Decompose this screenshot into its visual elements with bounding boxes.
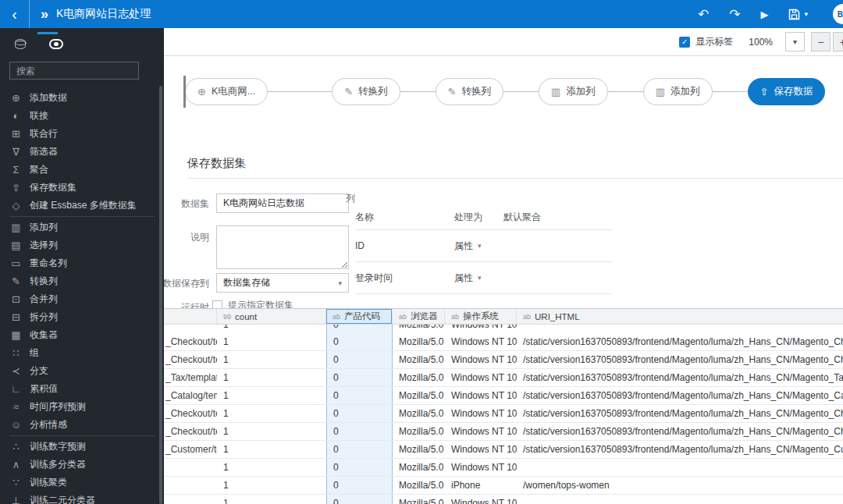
tab-flow-steps[interactable] (45, 33, 67, 55)
grid-column-header[interactable]: ab 产品代码 (326, 309, 393, 324)
redo-button[interactable]: ↷ (729, 8, 740, 21)
tab-data-sources[interactable] (9, 33, 31, 55)
undo-button[interactable]: ↶ (698, 8, 709, 21)
flow-node[interactable]: ✎ 转换列 (436, 78, 503, 105)
sidebar-item-label: 转换列 (30, 275, 58, 288)
search-input[interactable] (9, 62, 139, 80)
cell-product-code: 0 (326, 459, 393, 476)
sidebar-item[interactable]: ≺ 分支 (0, 362, 164, 380)
sidebar-item[interactable]: ≈ 时间序列预测 (0, 398, 164, 416)
table-row: _Tax/template/... 1 0 Mozilla/5.0 Window… (164, 369, 843, 387)
back-button[interactable]: ‹ (0, 0, 30, 28)
chevron-down-icon: ▾ (338, 279, 342, 287)
sidebar-item-icon: ▥ (10, 222, 22, 233)
sidebar-item-label: 选择列 (30, 239, 58, 252)
sidebar-item[interactable]: ▭ 重命名列 (0, 254, 164, 272)
sidebar-item[interactable]: ∇ 筛选器 (0, 143, 164, 161)
flow-node-wrap: ✎ 转换列 (400, 78, 503, 105)
sidebar-item[interactable]: Σ 聚合 (0, 161, 164, 179)
save-menu-caret-icon[interactable]: ▾ (804, 10, 808, 18)
sidebar-item-icon: ☺ (10, 419, 22, 431)
grid-column-header[interactable]: ab 操作系统 (445, 309, 517, 324)
zoom-in-button[interactable]: + (833, 32, 843, 51)
sidebar-item-icon: ▭ (10, 257, 22, 269)
cell-count: 1 (217, 387, 326, 404)
zoom-dropdown-button[interactable]: ▾ (785, 32, 805, 51)
cell-count: 1 (217, 423, 326, 440)
main-content: ✓ 显示标签 100% ▾ − + ⊕ K电商网... ✎ 转换列 ✎ 转换列 … (164, 28, 843, 504)
sidebar-item[interactable]: ∴ 训练数字预测 (0, 438, 164, 456)
grid-column-header[interactable] (164, 309, 217, 324)
sidebar-item[interactable]: ◐ 联接 (0, 107, 164, 125)
sidebar-item-label: 联合行 (30, 127, 58, 140)
sidebar-item-icon: ∴ (10, 441, 22, 453)
grid-column-header[interactable]: 99 count (217, 309, 326, 324)
treat-as-dropdown[interactable]: 属性 ▾ (454, 240, 503, 253)
cell-uri-html (517, 495, 843, 504)
sidebar-item[interactable]: ⊟ 拆分列 (0, 308, 164, 326)
cell-count: 1 (217, 459, 326, 476)
flow-node[interactable]: ✎ 转换列 (332, 78, 400, 105)
chevron-down-icon: ▾ (478, 242, 482, 250)
cell-product-code: 0 (326, 369, 393, 386)
cell-browser: Mozilla/5.0 (393, 325, 445, 333)
sidebar-item-label: 累积值 (30, 382, 58, 396)
cell-os: Windows NT 10.0 (445, 405, 517, 422)
save-to-dropdown[interactable]: 数据集存储 ▾ (216, 273, 349, 293)
sidebar-item[interactable]: ⊡ 合并列 (0, 290, 164, 308)
flow-node-label: 添加列 (566, 85, 596, 98)
sidebar-item[interactable]: ▦ 收集器 (0, 326, 164, 344)
sidebar-item[interactable]: ▤ 选择列 (0, 236, 164, 254)
sidebar-item[interactable]: ⊞ 联合行 (0, 125, 164, 143)
run-dataflow-button[interactable]: ▶ (760, 9, 768, 20)
treat-as-dropdown[interactable]: 属性 ▾ (454, 272, 503, 285)
sidebar-item[interactable]: ∧ 训练多分类器 (0, 456, 164, 474)
sidebar-item[interactable]: ◇ 创建 Essbase 多维数据集 (0, 197, 164, 215)
sidebar-item[interactable]: ⊕ 添加数据 (0, 89, 164, 107)
cell-count: 1 (217, 477, 326, 494)
show-labels-checkbox[interactable]: ✓ (679, 37, 690, 48)
sidebar-item[interactable]: ∟ 累积值 (0, 380, 164, 398)
avatar[interactable]: BA (833, 4, 843, 24)
cell-os: Windows NT 10.0 (445, 423, 517, 440)
sidebar-item[interactable]: ∵ 训练聚类 (0, 474, 164, 492)
app-header: ‹ » K电商网站日志处理 ↶ ↷ ▶ ▾ BA (0, 0, 843, 28)
cell-browser: Mozilla/5.0 (393, 351, 445, 368)
table-row: _Customer/tem... 1 0 Mozilla/5.0 Windows… (164, 441, 843, 459)
cell-os: Windows NT 10.0 (445, 387, 517, 404)
table-row: 1 0 Mozilla/5.0 Windows NT 10.0 (164, 459, 843, 477)
flow-node[interactable]: ▥ 添加列 (643, 78, 713, 105)
back-icon: ‹ (12, 5, 17, 23)
zoom-out-button[interactable]: − (811, 32, 831, 51)
cell-path: _Checkout/tem... (164, 351, 217, 368)
flow-node-label: 添加列 (670, 85, 700, 98)
sidebar-item-icon: ⊟ (10, 311, 22, 323)
sidebar-item[interactable]: ✎ 转换列 (0, 272, 164, 290)
cell-uri-html: /static/version1637050893/frontend/Magen… (517, 387, 843, 404)
list-divider (9, 435, 155, 436)
grid-header-row: 99 count ab 产品代码 ab 浏览器 ab 操作系统 ab URI_H… (164, 309, 843, 325)
sidebar-item[interactable]: ∷ 组 (0, 344, 164, 362)
save-button[interactable]: ▾ (788, 9, 808, 20)
sidebar-item-label: 重命名列 (30, 257, 67, 270)
table-row: 1 0 Mozilla/5.0 Windows NT 10.0 (164, 325, 843, 333)
cell-product-code: 0 (326, 351, 393, 368)
sidebar-scrollbar[interactable] (159, 86, 162, 504)
flow-node-icon: ✎ (344, 86, 353, 98)
flow-node[interactable]: ⇧ 保存数据 (748, 78, 826, 105)
sidebar-item[interactable]: ☺ 分析情感 (0, 416, 164, 434)
grid-column-header[interactable]: ab URI_HTML (517, 309, 843, 324)
sidebar-item[interactable]: ⊥ 训练二元分类器 (0, 492, 164, 504)
flow-node[interactable]: ▥ 添加列 (539, 78, 608, 105)
flow-node[interactable]: ⊕ K电商网... (185, 78, 268, 105)
description-textarea[interactable] (216, 225, 349, 269)
breadcrumb-expand-icon[interactable]: » (41, 6, 47, 23)
sidebar-item[interactable]: ⇧ 保存数据集 (0, 179, 164, 197)
sidebar-item-icon: ▤ (10, 240, 22, 251)
sidebar-item-label: 训练聚类 (30, 476, 67, 489)
grid-column-header[interactable]: ab 浏览器 (393, 309, 445, 324)
sidebar-item[interactable]: ▥ 添加列 (0, 218, 164, 236)
dataset-name-input[interactable] (216, 193, 349, 213)
column-type-icon: ab (523, 313, 531, 321)
columns-config-rows: ID 属性 ▾ 登录时间 属性 ▾ (355, 230, 613, 294)
